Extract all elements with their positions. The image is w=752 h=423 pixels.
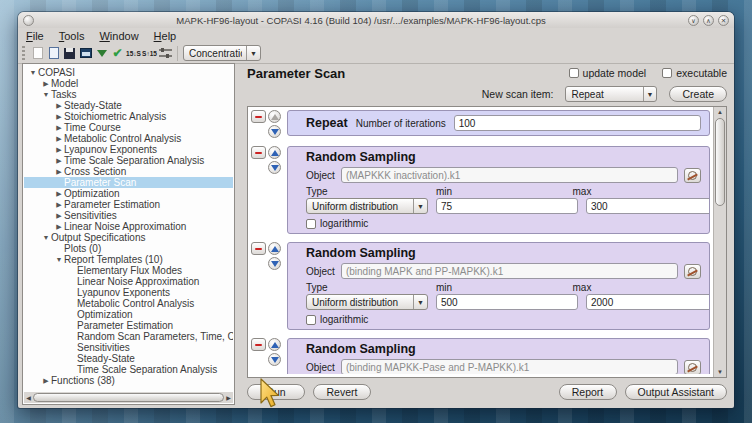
scan-vertical-scrollbar[interactable]: ▲ ▼	[713, 107, 726, 377]
tree-item-metabolic-control-analysis[interactable]: ▶Metabolic Control Analysis	[24, 133, 233, 144]
min-input[interactable]	[436, 294, 578, 310]
chevron-right-icon[interactable]: ▶	[41, 375, 51, 386]
scroll-up-icon[interactable]: ▲	[714, 107, 726, 117]
tree-item-tasks[interactable]: ▼Tasks	[24, 89, 233, 100]
chevron-right-icon[interactable]: ▶	[54, 111, 64, 122]
move-item-down-button[interactable]	[268, 125, 281, 138]
export-image-button[interactable]	[78, 45, 93, 62]
min-input[interactable]	[436, 198, 578, 214]
tree-item-steady-state[interactable]: ▶Steady-State	[24, 100, 233, 111]
remove-scan-item-button[interactable]	[251, 338, 266, 351]
tree-item-linear-noise-approximation[interactable]: ▶Linear Noise Approximation	[24, 221, 233, 232]
chevron-right-icon[interactable]: ▶	[54, 144, 64, 155]
create-button[interactable]: Create	[669, 86, 727, 102]
tree-item-report-templates-10[interactable]: ▼Report Templates (10)	[24, 254, 233, 265]
tree-item-optimization[interactable]: ▶Optimization	[24, 188, 233, 199]
maximize-button[interactable]: ∧	[703, 15, 714, 26]
move-item-up-button[interactable]	[268, 242, 281, 255]
tree-item-parameter-estimation[interactable]: ▶Parameter Estimation	[24, 199, 233, 210]
tree-item-copasi[interactable]: ▼COPASI	[24, 67, 233, 78]
object-browse-button[interactable]	[684, 360, 701, 375]
chevron-right-icon[interactable]: ▶	[54, 210, 64, 221]
chevron-right-icon[interactable]: ▶	[54, 166, 64, 177]
object-field[interactable]	[341, 263, 678, 279]
minimize-button[interactable]: ∨	[688, 15, 699, 26]
remove-scan-item-button[interactable]	[251, 110, 266, 123]
output-assistant-button[interactable]: Output Assistant	[625, 384, 727, 400]
move-item-up-button[interactable]	[268, 110, 281, 123]
chevron-right-icon[interactable]: ▶	[41, 78, 51, 89]
panel-splitter[interactable]	[235, 63, 241, 405]
tree-item-model[interactable]: ▶Model	[24, 78, 233, 89]
report-button[interactable]: Report	[559, 384, 617, 400]
chevron-right-icon[interactable]: ▶	[54, 122, 64, 133]
tree-item-parameter-estimation[interactable]: Parameter Estimation	[24, 320, 233, 331]
chevron-right-icon[interactable]: ▶	[54, 133, 64, 144]
tree-item-output-specifications[interactable]: ▼Output Specifications	[24, 232, 233, 243]
object-field[interactable]	[341, 359, 678, 374]
tree-item-sensitivities[interactable]: ▶Sensitivities	[24, 210, 233, 221]
tree-item-parameter-scan[interactable]: Parameter Scan	[24, 177, 233, 188]
save-button[interactable]	[62, 45, 77, 62]
tree-horizontal-scrollbar[interactable]: ◀ ▶	[24, 392, 233, 403]
toolbar-handle[interactable]	[22, 46, 25, 60]
tree-item-time-scale-separation-analysis[interactable]: ▶Time Scale Separation Analysis	[24, 155, 233, 166]
max-input[interactable]	[586, 198, 710, 214]
tree-item-time-course[interactable]: ▶Time Course	[24, 122, 233, 133]
max-input[interactable]	[586, 294, 710, 310]
scrollbar-thumb[interactable]	[33, 393, 224, 402]
scrollbar-thumb[interactable]	[715, 118, 725, 206]
logarithmic-checkbox[interactable]: logarithmic	[306, 314, 701, 325]
tree-item-time-scale-separation-analysis[interactable]: Time Scale Separation Analysis	[24, 364, 233, 375]
tree-item-sensitivities[interactable]: Sensitivities	[24, 342, 233, 353]
chevron-down-icon[interactable]: ▼	[28, 67, 38, 78]
update-model-checkbox[interactable]: update model	[569, 67, 647, 79]
object-field[interactable]	[341, 167, 678, 183]
chevron-right-icon[interactable]: ▶	[54, 221, 64, 232]
units-select[interactable]: Concentrations ▼	[183, 45, 261, 61]
titlebar[interactable]: MAPK-HF96-layout - COPASI 4.16 (Build 10…	[18, 12, 734, 28]
distribution-select[interactable]: Uniform distribution▼	[306, 294, 428, 310]
revert-button[interactable]: Revert	[313, 384, 371, 400]
menu-file[interactable]: File	[26, 30, 44, 42]
tree-item-lyapunov-exponents[interactable]: ▶Lyapunov Exponents	[24, 144, 233, 155]
tree-item-cross-section[interactable]: ▶Cross Section	[24, 166, 233, 177]
open-file-button[interactable]	[46, 45, 61, 62]
import-arrow-button[interactable]	[94, 45, 109, 62]
tree-item-plots-0[interactable]: Plots (0)	[24, 243, 233, 254]
new-file-button[interactable]	[30, 45, 45, 62]
tree-item-optimization[interactable]: Optimization	[24, 309, 233, 320]
move-item-up-button[interactable]	[268, 338, 281, 351]
chevron-down-icon[interactable]: ▼	[41, 232, 51, 243]
scroll-right-icon[interactable]: ▶	[224, 394, 233, 401]
apply-check-button[interactable]: ✔	[110, 45, 125, 62]
window-menu-icon[interactable]	[23, 15, 34, 26]
run-button[interactable]: Run	[247, 384, 305, 400]
chevron-right-icon[interactable]: ▶	[54, 155, 64, 166]
tree-item-stoichiometric-analysis[interactable]: ▶Stoichiometric Analysis	[24, 111, 233, 122]
menu-help[interactable]: Help	[154, 30, 177, 42]
move-item-down-button[interactable]	[268, 353, 281, 366]
remove-scan-item-button[interactable]	[251, 242, 266, 255]
tree-item-metabolic-control-analysis[interactable]: Metabolic Control Analysis	[24, 298, 233, 309]
chevron-down-icon[interactable]: ▼	[54, 254, 64, 265]
chevron-right-icon[interactable]: ▶	[54, 188, 64, 199]
remove-scan-item-button[interactable]	[251, 146, 266, 159]
scroll-down-icon[interactable]: ▼	[714, 367, 726, 377]
tree-item-functions-38[interactable]: ▶Functions (38)	[24, 375, 233, 386]
logarithmic-checkbox[interactable]: logarithmic	[306, 218, 701, 229]
object-browse-button[interactable]	[684, 168, 701, 183]
menu-tools[interactable]: Tools	[59, 30, 85, 42]
menu-window[interactable]: Window	[99, 30, 138, 42]
scroll-left-icon[interactable]: ◀	[24, 394, 33, 401]
concentrations-switch-button[interactable]: S↑15	[142, 45, 157, 62]
close-button[interactable]: ✕	[718, 15, 729, 26]
tree-item-lyapunov-exponents[interactable]: Lyapunov Exponents	[24, 287, 233, 298]
tree-item-linear-noise-approximation[interactable]: Linear Noise Approximation	[24, 276, 233, 287]
tree-item-steady-state[interactable]: Steady-State	[24, 353, 233, 364]
move-item-down-button[interactable]	[268, 161, 281, 174]
tree-item-random-scan-parameters-time-concentrations[interactable]: Random Scan Parameters, Time, Concentrat…	[24, 331, 233, 342]
chevron-right-icon[interactable]: ▶	[54, 100, 64, 111]
chevron-right-icon[interactable]: ▶	[54, 199, 64, 210]
slider-button[interactable]	[158, 45, 173, 62]
